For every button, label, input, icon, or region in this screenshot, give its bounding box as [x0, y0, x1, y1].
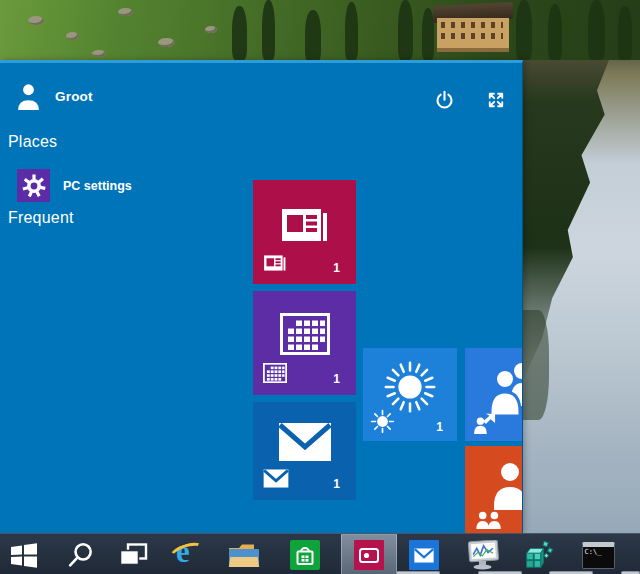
wallpaper-hillside: [0, 0, 640, 62]
wallpaper-lake-reflection: [523, 60, 640, 533]
task-view-icon: [119, 543, 148, 568]
registry-editor-button[interactable]: [521, 540, 553, 570]
command-prompt-icon: C:\_: [582, 542, 615, 569]
windows-logo-icon: [9, 542, 39, 569]
news-icon: [280, 206, 330, 244]
house-windows: [441, 33, 503, 39]
tree: [516, 0, 532, 60]
search-button[interactable]: [64, 540, 96, 570]
notification-badge: 1: [333, 477, 340, 491]
people-small-icon: [475, 511, 503, 529]
sun-icon: [381, 358, 439, 416]
user-icon: [16, 83, 41, 110]
news-small-icon: [263, 254, 287, 272]
power-icon: [434, 90, 455, 111]
tree: [232, 6, 247, 60]
notification-badge: 1: [333, 261, 340, 275]
calendar-icon: [280, 313, 330, 355]
command-prompt-button[interactable]: C:\_: [580, 540, 616, 570]
user-name: Groot: [55, 89, 93, 104]
tree-reflection: [523, 310, 549, 420]
power-button[interactable]: [431, 87, 457, 113]
tile-news[interactable]: 1: [253, 180, 356, 284]
pc-settings-label: PC settings: [63, 179, 132, 193]
internet-explorer-icon: e: [171, 540, 203, 570]
person-icon: [488, 462, 523, 512]
house: [437, 18, 509, 52]
person-add-small-icon: [473, 412, 497, 434]
places-section-label: Places: [8, 133, 57, 151]
tree: [588, 0, 605, 60]
notification-badge: 1: [436, 420, 443, 434]
tree: [548, 4, 562, 60]
registry-editor-icon: [521, 540, 553, 570]
calendar-small-icon: [263, 363, 287, 383]
tree: [345, 2, 358, 60]
task-view-button[interactable]: [117, 540, 149, 570]
mail-app-button[interactable]: [408, 540, 440, 570]
rock: [205, 26, 217, 33]
tree: [398, 0, 413, 60]
mail-taskbar-icon: [409, 540, 439, 570]
pc-settings-item[interactable]: PC settings: [17, 169, 132, 202]
rock: [158, 38, 175, 47]
taskbar: e: [0, 533, 640, 574]
people-icon: [486, 360, 523, 416]
screen-capture-icon: [354, 540, 384, 570]
tree: [262, 0, 275, 60]
notification-badge: 1: [333, 372, 340, 386]
sun-small-icon: [370, 409, 395, 434]
rock: [118, 8, 133, 16]
expand-icon: [486, 90, 506, 110]
store-icon: [290, 540, 320, 570]
tile-people[interactable]: [465, 348, 523, 441]
file-explorer-icon: [228, 542, 260, 569]
frequent-section-label: Frequent: [8, 209, 74, 227]
user-account-button[interactable]: Groot: [16, 83, 93, 110]
store-button[interactable]: [289, 540, 321, 570]
performance-monitor-button[interactable]: [464, 540, 502, 570]
desktop: Groot Places: [0, 0, 640, 574]
house-windows: [441, 22, 503, 28]
tile-calendar[interactable]: 1: [253, 291, 356, 395]
rock: [92, 50, 106, 57]
tree: [305, 10, 321, 62]
performance-monitor-icon: [464, 540, 502, 570]
tile-people-frequent[interactable]: [465, 446, 523, 533]
screen-capture-app-button[interactable]: [341, 534, 397, 574]
mail-icon: [278, 422, 332, 462]
start-menu-panel: Groot Places: [0, 60, 523, 533]
mail-small-icon: [263, 469, 289, 488]
internet-explorer-button[interactable]: e: [171, 540, 203, 570]
tile-weather[interactable]: 1: [363, 348, 457, 441]
rock: [66, 32, 79, 40]
search-icon: [67, 542, 94, 569]
tile-mail[interactable]: 1: [253, 402, 356, 500]
start-button[interactable]: [8, 540, 40, 570]
expand-start-button[interactable]: [483, 87, 509, 113]
rock: [28, 16, 44, 25]
file-explorer-button[interactable]: [228, 540, 260, 570]
tree: [618, 6, 632, 60]
gear-icon: [17, 169, 50, 202]
